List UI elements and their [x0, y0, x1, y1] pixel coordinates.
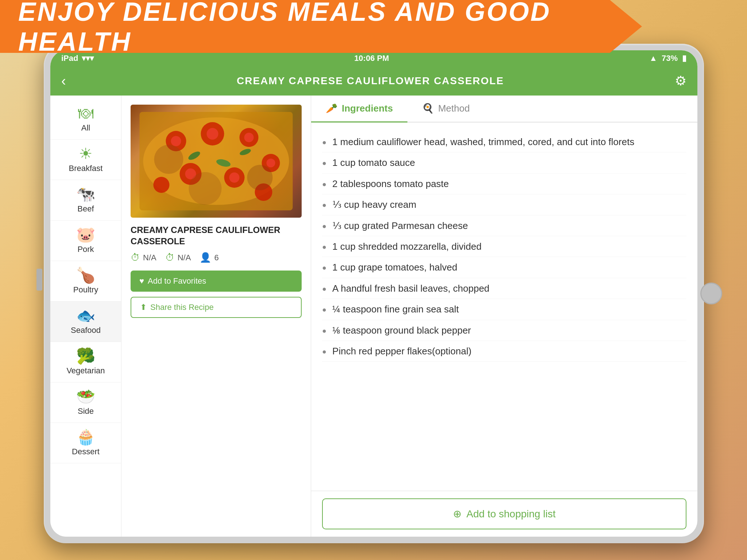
shopping-btn-container: ⊕ Add to shopping list	[311, 491, 697, 537]
shopping-plus-icon: ⊕	[453, 508, 461, 520]
ingredient-text: ⅓ cup heavy cream	[332, 198, 416, 211]
bullet: ●	[322, 262, 326, 273]
sidebar-item-beef[interactable]: 🐄 Beef	[50, 180, 121, 221]
share-icon: ⬆	[140, 303, 147, 312]
svg-point-7	[244, 133, 254, 142]
ingredient-text: 1 cup tomato sauce	[332, 156, 415, 169]
vegetarian-icon: 🥦	[76, 349, 95, 364]
ingredient-text: 1 cup grape tomatoes, halved	[332, 261, 457, 274]
banner: Enjoy Delicious Meals And Good Health	[0, 0, 642, 53]
wifi-icon: ▾▾▾	[82, 54, 94, 63]
gear-icon[interactable]: ⚙	[675, 73, 686, 89]
list-item: ●1 cup grape tomatoes, halved	[322, 257, 686, 278]
svg-point-20	[247, 165, 273, 190]
food-svg	[131, 105, 302, 218]
share-recipe-button[interactable]: ⬆ Share this Recipe	[131, 297, 302, 318]
sidebar-item-seafood[interactable]: 🐟 Seafood	[50, 302, 121, 342]
add-to-shopping-list-button[interactable]: ⊕ Add to shopping list	[322, 498, 686, 529]
tabs-bar: 🥕 Ingredients 🍳 Method	[311, 96, 697, 122]
add-to-favorites-button[interactable]: ♥ Add to Favorites	[131, 271, 302, 292]
ingredient-text: 1 cup shredded mozzarella, divided	[332, 240, 481, 253]
bullet: ●	[322, 200, 326, 210]
cook-value: N/A	[178, 253, 191, 262]
servings-value: 6	[214, 253, 218, 262]
cook-icon: ⏱	[165, 252, 175, 263]
dessert-icon: 🧁	[76, 429, 95, 445]
sidebar-item-all[interactable]: 🍽 All	[50, 99, 121, 140]
tab-method[interactable]: 🍳 Method	[407, 96, 484, 122]
shopping-label: Add to shopping list	[467, 508, 556, 520]
poultry-icon: 🍗	[76, 268, 95, 283]
nav-title: CREAMY CAPRESE CAULIFLOWER CASSEROLE	[237, 75, 504, 87]
sidebar-label-all: All	[81, 123, 90, 133]
status-left: iPad ▾▾▾	[61, 54, 94, 63]
ingredient-text: A handful fresh basil leaves, chopped	[332, 282, 489, 295]
tab-ingredients[interactable]: 🥕 Ingredients	[311, 96, 407, 122]
home-button[interactable]	[700, 283, 722, 304]
location-icon: ▲	[649, 54, 657, 63]
bullet: ●	[322, 326, 326, 336]
status-right: ▲ 73% ▮	[649, 54, 686, 63]
bullet: ●	[322, 284, 326, 294]
bullet: ●	[322, 346, 326, 357]
favorite-label: Add to Favorites	[148, 276, 206, 286]
back-button[interactable]: ‹	[61, 73, 66, 89]
ingredient-text: ⅛ teaspoon ground black pepper	[332, 324, 471, 337]
device-frame: iPad ▾▾▾ 10:06 PM ▲ 73% ▮ ‹ CREAMY CAPRE…	[44, 44, 704, 543]
bullet: ●	[322, 221, 326, 231]
ingredient-text: ⅓ cup grated Parmesan cheese	[332, 219, 468, 232]
recipe-panel: CREAMY CAPRESE CAULIFLOWER CASSEROLE ⏱ N…	[121, 96, 311, 537]
list-item: ●⅓ cup heavy cream	[322, 194, 686, 215]
status-time: 10:06 PM	[354, 54, 389, 63]
ingredient-text: ¼ teaspoon fine grain sea salt	[332, 303, 459, 316]
list-item: ●¼ teaspoon fine grain sea salt	[322, 299, 686, 320]
all-icon: 🍽	[78, 106, 93, 121]
ingredient-text: Pinch red pepper flakes(optional)	[332, 345, 472, 358]
device-screen: iPad ▾▾▾ 10:06 PM ▲ 73% ▮ ‹ CREAMY CAPRE…	[50, 50, 697, 537]
prep-icon: ⏱	[131, 252, 140, 263]
bullet: ●	[322, 158, 326, 168]
svg-point-13	[267, 159, 275, 167]
banner-text: Enjoy Delicious Meals And Good Health	[18, 0, 642, 57]
svg-point-19	[154, 145, 183, 174]
sidebar: 🍽 All ☀ Breakfast 🐄 Beef 🐷 Pork 🍗	[50, 96, 121, 537]
favorite-icon: ♥	[139, 276, 144, 286]
battery-level: 73%	[662, 54, 678, 63]
ingredient-text: 2 tablespoons tomato paste	[332, 177, 449, 190]
sidebar-label-vegetarian: Vegetarian	[66, 366, 105, 376]
sidebar-label-side: Side	[78, 407, 94, 416]
svg-point-21	[189, 172, 222, 205]
device-name: iPad	[61, 54, 78, 63]
sidebar-label-seafood: Seafood	[71, 326, 101, 335]
ingredients-tab-icon: 🥕	[326, 103, 337, 114]
svg-point-11	[229, 172, 240, 183]
sidebar-item-pork[interactable]: 🐷 Pork	[50, 221, 121, 261]
sidebar-item-poultry[interactable]: 🍗 Poultry	[50, 261, 121, 302]
nav-bar: ‹ CREAMY CAPRESE CAULIFLOWER CASSEROLE ⚙	[50, 66, 697, 96]
bullet: ●	[322, 137, 326, 147]
side-button[interactable]	[36, 269, 42, 291]
recipe-meta: ⏱ N/A ⏱ N/A 👤 6	[131, 252, 302, 263]
list-item: ●⅛ teaspoon ground black pepper	[322, 320, 686, 341]
recipe-image	[131, 105, 302, 218]
list-item: ●A handful fresh basil leaves, chopped	[322, 278, 686, 299]
meta-servings: 👤 6	[200, 252, 218, 263]
ingredients-panel: 🥕 Ingredients 🍳 Method ●1 medium caulifl…	[311, 96, 697, 537]
sidebar-item-breakfast[interactable]: ☀ Breakfast	[50, 140, 121, 180]
ingredients-tab-label: Ingredients	[342, 103, 393, 114]
svg-point-14	[154, 177, 170, 193]
list-item: ●1 cup shredded mozzarella, divided	[322, 236, 686, 257]
method-tab-icon: 🍳	[422, 103, 434, 114]
sidebar-item-side[interactable]: 🥗 Side	[50, 382, 121, 423]
bullet: ●	[322, 179, 326, 189]
bullet: ●	[322, 304, 326, 315]
recipe-title: CREAMY CAPRESE CAULIFLOWER CASSEROLE	[131, 224, 302, 247]
meta-prep: ⏱ N/A	[131, 252, 156, 263]
sidebar-item-vegetarian[interactable]: 🥦 Vegetarian	[50, 342, 121, 382]
ingredients-list: ●1 medium cauliflower head, washed, trim…	[311, 122, 697, 491]
method-tab-label: Method	[438, 103, 470, 114]
sidebar-item-dessert[interactable]: 🧁 Dessert	[50, 423, 121, 463]
content-area: CREAMY CAPRESE CAULIFLOWER CASSEROLE ⏱ N…	[121, 96, 697, 537]
share-label: Share this Recipe	[150, 303, 214, 312]
list-item: ●Pinch red pepper flakes(optional)	[322, 341, 686, 362]
